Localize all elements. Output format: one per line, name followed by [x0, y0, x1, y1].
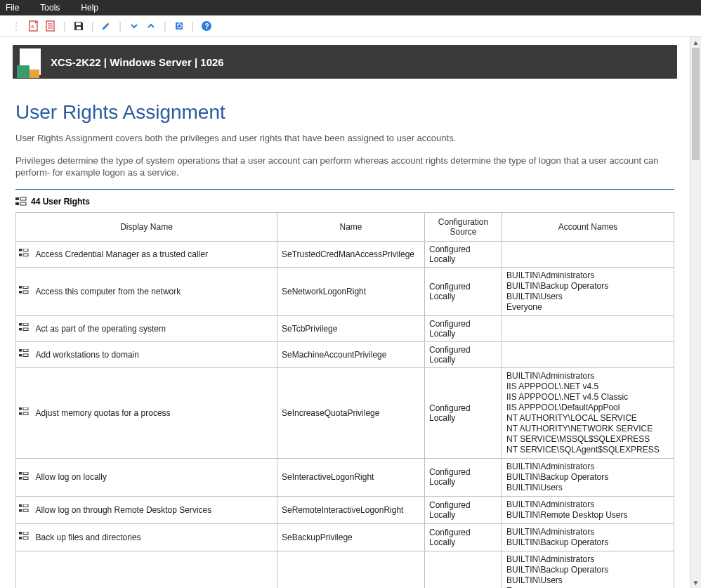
- toolbar-separator: |: [63, 20, 66, 32]
- toolbar: ⋮ A | | | | | ?: [0, 15, 701, 37]
- svg-rect-6: [76, 22, 81, 25]
- menubar: File Tools Help: [0, 0, 701, 15]
- toolbar-separator: |: [164, 20, 166, 32]
- svg-text:?: ?: [205, 22, 209, 30]
- collapse-up-icon[interactable]: [144, 19, 158, 33]
- expand-down-icon[interactable]: [127, 19, 141, 33]
- toolbar-separator: |: [91, 20, 94, 32]
- doc-icon[interactable]: [44, 19, 58, 33]
- edit-icon[interactable]: [99, 19, 113, 33]
- pdf-icon[interactable]: A: [27, 19, 41, 33]
- help-icon[interactable]: ?: [199, 19, 214, 33]
- toolbar-separator: |: [119, 20, 122, 32]
- svg-text:A: A: [31, 25, 34, 29]
- menu-help[interactable]: Help: [81, 3, 98, 13]
- refresh-icon[interactable]: [172, 19, 186, 33]
- menu-file[interactable]: File: [6, 3, 19, 13]
- toolbar-separator: |: [192, 20, 195, 32]
- toolbar-separator: ⋮: [11, 20, 21, 32]
- menu-tools[interactable]: Tools: [40, 3, 60, 13]
- svg-rect-7: [77, 27, 81, 30]
- save-icon[interactable]: [72, 19, 86, 33]
